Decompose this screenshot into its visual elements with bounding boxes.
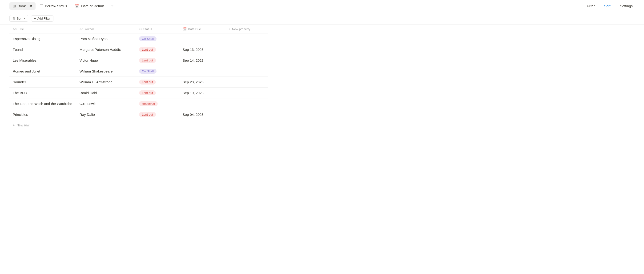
col-header-new-property[interactable]: + New property: [226, 25, 268, 34]
cell-title: Romeo and Juliet: [10, 66, 76, 77]
list-icon: ☰: [40, 4, 43, 8]
header-row: Aa Title Aa Author ⊙ Status: [10, 25, 268, 34]
cell-author: William H. Armstrong: [76, 77, 136, 88]
top-navigation: ⊞ Book List ☰ Borrow Status 📅 Date of Re…: [0, 0, 644, 12]
cell-new-property: [226, 55, 268, 66]
text-icon: Aa: [13, 27, 17, 31]
cell-new-property: [226, 88, 268, 98]
cell-new-property: [226, 98, 268, 109]
cell-new-property: [226, 109, 268, 120]
tab-date-of-return[interactable]: 📅 Date of Return: [71, 2, 108, 10]
add-tab-button[interactable]: +: [108, 2, 116, 10]
table-row[interactable]: Found Margaret Peterson Haddix Lent out …: [10, 44, 268, 55]
cell-author: Victor Hugo: [76, 55, 136, 66]
cell-author: Margaret Peterson Haddix: [76, 44, 136, 55]
col-header-author: Aa Author: [76, 25, 136, 34]
status-badge: On Shelf: [139, 36, 157, 41]
sort-icon: ⇅: [12, 16, 15, 20]
cell-date-due: Sep 04, 2023: [179, 109, 226, 120]
cell-date-due: Sep 14, 2023: [179, 55, 226, 66]
cell-title: Principles: [10, 109, 76, 120]
table-row[interactable]: Sounder William H. Armstrong Lent out Se…: [10, 77, 268, 88]
toolbar: ⇅ Sort ▾ + Add Filter: [0, 12, 644, 25]
add-filter-button[interactable]: + Add Filter: [31, 15, 54, 22]
cell-author: Ray Dalio: [76, 109, 136, 120]
new-row-button[interactable]: + New row: [10, 121, 634, 130]
status-badge: Lent out: [139, 112, 156, 117]
cell-new-property: [226, 77, 268, 88]
status-badge: Lent out: [139, 47, 156, 52]
col-header-status: ⊙ Status: [136, 25, 179, 34]
settings-button[interactable]: Settings: [618, 3, 634, 9]
cell-date-due: [179, 34, 226, 44]
table-row[interactable]: The Lion, the Witch and the Wardrobe C.S…: [10, 98, 268, 109]
cell-author: Pam Muñoz Ryan: [76, 34, 136, 44]
sort-toolbar-button[interactable]: ⇅ Sort ▾: [10, 15, 28, 22]
table-row[interactable]: Principles Ray Dalio Lent out Sep 04, 20…: [10, 109, 268, 120]
col-header-date-due: 📅 Date Due: [179, 25, 226, 34]
cell-new-property: [226, 66, 268, 77]
cell-title: Sounder: [10, 77, 76, 88]
col-header-title: Aa Title: [10, 25, 76, 34]
sort-button[interactable]: Sort: [602, 3, 612, 9]
nav-tabs: ⊞ Book List ☰ Borrow Status 📅 Date of Re…: [10, 2, 116, 10]
book-table: Aa Title Aa Author ⊙ Status: [10, 25, 268, 120]
cell-status: On Shelf: [136, 34, 179, 44]
tab-borrow-status-label: Borrow Status: [45, 4, 67, 8]
tab-book-list[interactable]: ⊞ Book List: [10, 2, 36, 10]
table-container: Aa Title Aa Author ⊙ Status: [0, 25, 644, 130]
status-badge: On Shelf: [139, 69, 157, 74]
chevron-down-icon: ▾: [24, 17, 25, 20]
cell-title: The BFG: [10, 88, 76, 98]
plus-icon-col: +: [229, 27, 231, 31]
cell-date-due: Sep 23, 2023: [179, 77, 226, 88]
cell-author: Roald Dahl: [76, 88, 136, 98]
text-icon-author: Aa: [80, 27, 84, 31]
plus-icon: +: [111, 3, 114, 9]
cell-date-due: [179, 66, 226, 77]
cell-date-due: Sep 13, 2023: [179, 44, 226, 55]
cell-title: Esperanza Rising: [10, 34, 76, 44]
cell-status: Lent out: [136, 55, 179, 66]
cell-title: Found: [10, 44, 76, 55]
cell-author: William Shakespeare: [76, 66, 136, 77]
nav-right-actions: Filter Sort Settings: [585, 3, 634, 9]
plus-icon-row: +: [13, 123, 14, 127]
grid-icon: ⊞: [13, 4, 16, 8]
table-row[interactable]: Les Miserables Victor Hugo Lent out Sep …: [10, 55, 268, 66]
tab-date-of-return-label: Date of Return: [81, 4, 104, 8]
cell-new-property: [226, 44, 268, 55]
table-row[interactable]: Esperanza Rising Pam Muñoz Ryan On Shelf: [10, 34, 268, 44]
cell-status: Lent out: [136, 88, 179, 98]
status-badge: Reserved: [139, 101, 158, 106]
status-icon: ⊙: [139, 27, 142, 31]
calendar-icon: 📅: [74, 4, 79, 8]
cell-status: Lent out: [136, 77, 179, 88]
cell-title: Les Miserables: [10, 55, 76, 66]
table-row[interactable]: The BFG Roald Dahl Lent out Sep 19, 2023: [10, 88, 268, 98]
cell-date-due: [179, 98, 226, 109]
status-badge: Lent out: [139, 80, 156, 84]
tab-borrow-status[interactable]: ☰ Borrow Status: [36, 2, 70, 10]
cell-status: Lent out: [136, 44, 179, 55]
calendar-icon-col: 📅: [183, 27, 187, 31]
tab-book-list-label: Book List: [18, 4, 32, 8]
cell-status: On Shelf: [136, 66, 179, 77]
table-body: Esperanza Rising Pam Muñoz Ryan On Shelf…: [10, 34, 268, 120]
cell-status: Lent out: [136, 109, 179, 120]
filter-button[interactable]: Filter: [585, 3, 596, 9]
cell-new-property: [226, 34, 268, 44]
status-badge: Lent out: [139, 90, 156, 95]
table-header: Aa Title Aa Author ⊙ Status: [10, 25, 268, 34]
status-badge: Lent out: [139, 58, 156, 63]
cell-status: Reserved: [136, 98, 179, 109]
table-row[interactable]: Romeo and Juliet William Shakespeare On …: [10, 66, 268, 77]
cell-title: The Lion, the Witch and the Wardrobe: [10, 98, 76, 109]
cell-date-due: Sep 19, 2023: [179, 88, 226, 98]
cell-author: C.S. Lewis: [76, 98, 136, 109]
plus-icon: +: [34, 17, 36, 20]
